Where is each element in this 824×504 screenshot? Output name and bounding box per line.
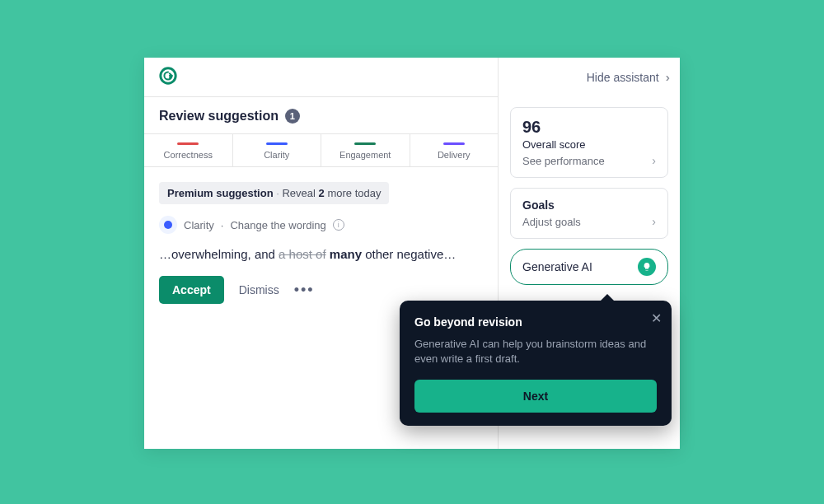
sep: ·: [221, 219, 224, 231]
gen-ai-popover: ✕ Go beyond revision Generative AI can h…: [400, 301, 672, 426]
suggestion-category: Clarity: [184, 219, 214, 231]
generative-ai-card[interactable]: Generative AI: [510, 249, 668, 285]
tab-indicator: [354, 142, 376, 145]
score-link-row: See performance ›: [522, 154, 656, 167]
suggestion-count-badge: 1: [285, 109, 300, 124]
logo-row: [144, 58, 498, 97]
tab-engagement[interactable]: Engagement: [321, 134, 410, 166]
suggestion-action: Change the wording: [230, 219, 325, 231]
tab-indicator: [443, 142, 465, 145]
reveal-post: more today: [327, 187, 381, 199]
sidebar-body: 96 Overall score See performance › Goals…: [499, 97, 680, 295]
hide-label: Hide assistant: [587, 71, 659, 84]
goals-link-row: Adjust goals ›: [522, 215, 656, 228]
gen-ai-label: Generative AI: [522, 260, 592, 273]
hide-assistant-button[interactable]: Hide assistant ››: [499, 58, 680, 97]
info-icon[interactable]: i: [333, 219, 344, 231]
title-row: Review suggestion 1: [144, 97, 498, 133]
page-title: Review suggestion: [159, 109, 279, 124]
accept-button[interactable]: Accept: [159, 276, 224, 304]
score-label: Overall score: [522, 138, 656, 151]
goals-link: Adjust goals: [522, 216, 581, 228]
sep: ·: [276, 187, 279, 199]
close-icon[interactable]: ✕: [651, 310, 662, 326]
grammarly-logo-icon: [159, 67, 177, 88]
score-value: 96: [522, 118, 656, 137]
chevron-right-icon: ›: [652, 215, 656, 228]
lightbulb-icon: [638, 258, 656, 276]
tab-indicator: [266, 142, 288, 145]
sentence-post: other negative…: [362, 247, 456, 261]
more-actions-icon[interactable]: •••: [294, 282, 315, 297]
tab-clarity[interactable]: Clarity: [233, 134, 322, 166]
suggestion-content: Premium suggestion · Reveal 2 more today…: [144, 167, 498, 319]
score-card[interactable]: 96 Overall score See performance ›: [510, 107, 668, 178]
tab-label: Correctness: [164, 150, 213, 160]
suggestion-actions: Accept Dismiss •••: [159, 276, 483, 304]
tab-delivery[interactable]: Delivery: [410, 134, 499, 166]
category-tabs: Correctness Clarity Engagement Delivery: [144, 133, 498, 167]
tab-correctness[interactable]: Correctness: [144, 134, 233, 166]
sentence-pre: …overwhelming, and: [159, 247, 279, 261]
dismiss-button[interactable]: Dismiss: [239, 283, 279, 296]
tab-label: Delivery: [438, 150, 471, 160]
sentence-replacement: many: [330, 247, 362, 261]
chevron-right-icon: ›: [652, 154, 656, 167]
goals-card[interactable]: Goals Adjust goals ›: [510, 188, 668, 239]
chevron-double-right-icon: ››: [666, 71, 667, 84]
popover-title: Go beyond revision: [414, 315, 657, 329]
svg-point-0: [161, 68, 176, 82]
tab-label: Engagement: [339, 150, 391, 160]
tab-label: Clarity: [264, 150, 289, 160]
premium-reveal-pill[interactable]: Premium suggestion · Reveal 2 more today: [159, 182, 389, 204]
reveal-count: 2: [319, 187, 325, 199]
popover-body: Generative AI can help you brainstorm id…: [414, 337, 657, 366]
score-link: See performance: [522, 155, 605, 167]
clarity-category-icon: [159, 216, 177, 234]
sentence-strike: a host of: [279, 247, 326, 261]
premium-prefix: Premium suggestion: [167, 187, 274, 199]
tab-indicator: [177, 142, 199, 145]
popover-next-button[interactable]: Next: [414, 380, 657, 413]
suggestion-sentence: …overwhelming, and a host of many other …: [159, 247, 483, 261]
reveal-pre: Reveal: [282, 187, 315, 199]
goals-title: Goals: [522, 198, 656, 212]
suggestion-meta: Clarity · Change the wording i: [159, 216, 483, 234]
